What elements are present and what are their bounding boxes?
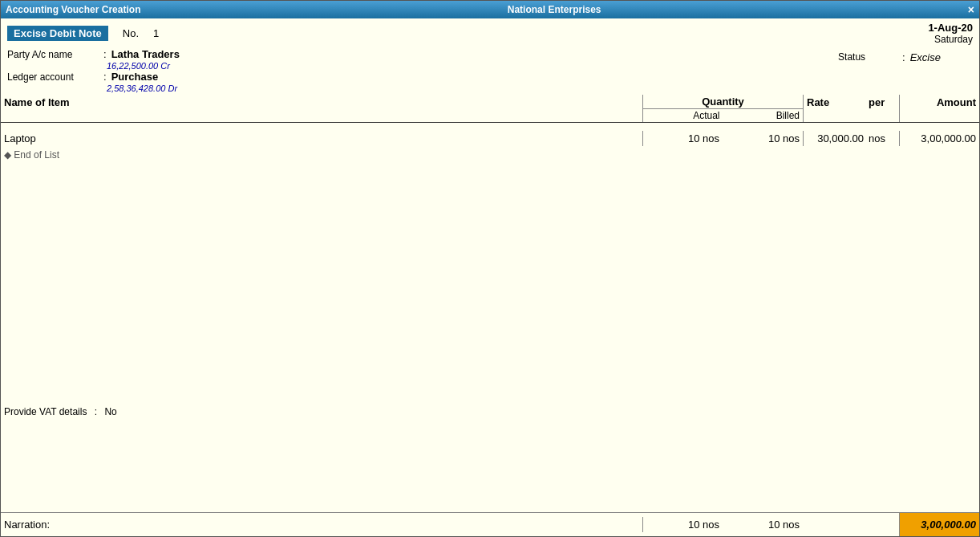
ledger-value: Purchase xyxy=(111,71,159,83)
col-name-header: Name of Item xyxy=(1,95,642,122)
provide-vat-row: Provide VAT details : No xyxy=(1,403,979,421)
voucher-type: Excise Debit Note xyxy=(7,26,108,41)
item-rate: 30,000.00 xyxy=(803,131,867,146)
col-quantity-label: Quantity xyxy=(643,95,803,109)
item-per: nos xyxy=(867,131,899,146)
col-amount-header: Amount xyxy=(899,95,979,122)
col-rate-header: Rate xyxy=(803,95,867,122)
status-label: Status xyxy=(838,51,902,63)
provide-vat-value: No xyxy=(104,406,116,417)
col-quantity-subs: Actual Billed xyxy=(643,109,803,122)
title-bar: Accounting Voucher Creation National Ent… xyxy=(1,1,979,18)
data-rows-area: Laptop 10 nos 10 nos 30,000.00 nos 3,00,… xyxy=(1,123,979,512)
table-header: Name of Item Quantity Actual Billed Rate… xyxy=(1,95,979,123)
narration-label: Narration: xyxy=(1,517,642,532)
voucher-type-row: Excise Debit Note No. 1 xyxy=(7,26,159,41)
table-area: Name of Item Quantity Actual Billed Rate… xyxy=(1,95,979,536)
close-button[interactable]: × xyxy=(968,3,974,16)
provide-vat-colon: : xyxy=(95,406,97,417)
party-name-label: Party A/c name xyxy=(7,49,103,60)
party-name-colon: : xyxy=(103,48,107,60)
voucher-date: 1-Aug-20 Saturday xyxy=(928,22,973,45)
col-actual-header: Actual xyxy=(643,109,723,122)
ledger-balance: 2,58,36,428.00 Dr xyxy=(107,83,180,93)
ledger-balance-value: 2,58,36,428.00 Dr xyxy=(107,83,177,93)
ledger-colon: : xyxy=(103,71,107,83)
voucher-header: Excise Debit Note No. 1 1-Aug-20 Saturda… xyxy=(7,22,973,45)
app-title: Accounting Voucher Creation xyxy=(6,4,140,15)
provide-vat-label: Provide VAT details xyxy=(4,406,87,417)
status-value: Excise xyxy=(910,51,941,63)
party-balance: 16,22,500.00 Cr xyxy=(107,61,180,71)
voucher-no-label: No. xyxy=(123,27,139,39)
header-section: Excise Debit Note No. 1 1-Aug-20 Saturda… xyxy=(1,18,979,95)
item-actual: 10 nos xyxy=(642,131,723,146)
party-info: Party A/c name : Latha Traders 16,22,500… xyxy=(7,48,180,93)
end-of-list-text: ◆ End of List xyxy=(4,149,59,161)
status-colon: : xyxy=(902,51,905,63)
ledger-label: Ledger account xyxy=(7,71,103,83)
table-row[interactable]: Laptop 10 nos 10 nos 30,000.00 nos 3,00,… xyxy=(1,129,979,148)
col-billed-header: Billed xyxy=(723,109,804,122)
voucher-date-value: 1-Aug-20 xyxy=(928,22,973,34)
footer-actual: 10 nos xyxy=(642,517,723,532)
ledger-row: Ledger account : Purchase xyxy=(7,71,180,83)
item-amount: 3,00,000.00 xyxy=(899,131,979,146)
footer-amount: 3,00,000.00 xyxy=(899,513,979,536)
company-name: National Enterprises xyxy=(508,4,601,15)
status-section: Status : Excise xyxy=(838,51,941,93)
voucher-day: Saturday xyxy=(928,34,973,45)
party-name-value: Latha Traders xyxy=(111,48,180,60)
party-name-row: Party A/c name : Latha Traders xyxy=(7,48,180,60)
col-quantity-block: Quantity Actual Billed xyxy=(642,95,803,122)
footer-row: Narration: 10 nos 10 nos 3,00,000.00 xyxy=(1,512,979,536)
end-of-list: ◆ End of List xyxy=(1,148,979,162)
item-billed: 10 nos xyxy=(723,131,803,146)
party-balance-value: 16,22,500.00 Cr xyxy=(107,61,170,71)
footer-billed: 10 nos xyxy=(723,517,803,532)
item-name: Laptop xyxy=(1,131,642,146)
party-status-row: Party A/c name : Latha Traders 16,22,500… xyxy=(7,48,973,93)
col-per-header: per xyxy=(867,95,899,122)
voucher-no-value: 1 xyxy=(153,27,159,39)
